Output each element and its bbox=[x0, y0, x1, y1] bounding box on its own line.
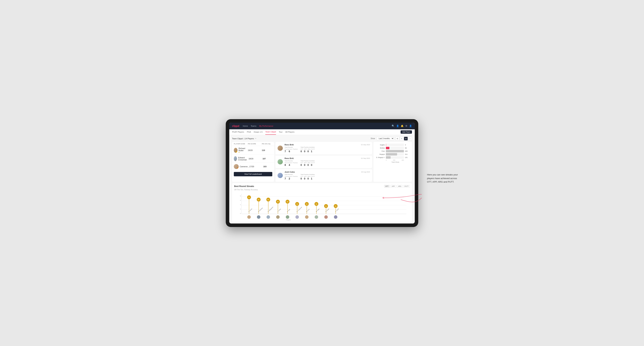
bar-label-bogeys: Bogeys bbox=[375, 154, 385, 155]
bar-row-eagles: Eagles 3 bbox=[375, 144, 410, 146]
team-name: Team Clippd bbox=[232, 138, 243, 140]
subnav-hcaps[interactable]: Hcaps 1-5 bbox=[254, 129, 262, 135]
player-name-1: Richard Butler bbox=[238, 147, 248, 152]
score-1: 19/20 bbox=[248, 149, 262, 151]
navbar-links: Home Teams My Performance bbox=[243, 125, 392, 127]
svg-text:E. Crossman: E. Crossman bbox=[296, 206, 302, 212]
bar-track-pars bbox=[386, 150, 404, 152]
edit-icon[interactable]: ✏ bbox=[255, 138, 256, 140]
player-count: | 14 Players bbox=[244, 138, 254, 140]
pc-avatar-3 bbox=[278, 173, 283, 178]
avg-1: 110 bbox=[262, 149, 272, 151]
streak-btn-ott[interactable]: OTT bbox=[384, 185, 390, 188]
badge-gold-1: 1 bbox=[236, 151, 238, 153]
player-card-1: Rees Britt 02 Sep 2023 Total Rounds Tour… bbox=[276, 142, 372, 155]
xaxis-400: 400 bbox=[402, 159, 404, 161]
streaks-controls: OTT APP ARG PUTT bbox=[384, 185, 410, 188]
activities-sublabels: OTTAPPARGPUTT bbox=[300, 148, 315, 150]
annotation-text: Here you can see streaks your players ha… bbox=[427, 173, 462, 184]
svg-point-56 bbox=[286, 215, 289, 219]
streaks-section: Best Round Streaks OTT APP ARG PUTT Off … bbox=[232, 183, 412, 222]
svg-point-61 bbox=[334, 215, 338, 219]
activities-values-1: 0 0 0 1 bbox=[300, 150, 315, 153]
svg-text:6x: 6x bbox=[258, 199, 260, 200]
player-card-3: Josh Coles 26 Aug 2023 Total Rounds Tour… bbox=[276, 169, 372, 182]
bar-fill-pars bbox=[386, 150, 404, 152]
activities-label-1: Total Practice Activities bbox=[300, 147, 315, 148]
nav-link-my-performance[interactable]: My Performance bbox=[259, 125, 273, 127]
subnav-links: PGAT Players PGA Hcaps 1-5 Team Clippd T… bbox=[232, 129, 400, 135]
bar-row-bogeys: Bogeys 311 bbox=[375, 153, 410, 156]
streaks-subtitle: Off The Tee, Fairway Accuracy bbox=[234, 189, 410, 191]
nav-link-teams[interactable]: Teams bbox=[251, 125, 256, 127]
bar-fill-bogeys bbox=[386, 153, 397, 156]
person-icon[interactable]: 👤 bbox=[396, 125, 399, 127]
rounds-sublabels: TournamentPractice bbox=[284, 148, 298, 150]
practice-val-1: 6 bbox=[289, 150, 290, 153]
streak-btn-app[interactable]: APP bbox=[390, 185, 396, 188]
subnav-tour[interactable]: Tour bbox=[279, 129, 282, 135]
streak-btn-putt[interactable]: PUTT bbox=[404, 185, 410, 188]
subnav-pgat[interactable]: PGAT Players bbox=[232, 129, 244, 135]
add-team-button[interactable]: Add Team bbox=[400, 130, 412, 134]
grid-view-btn[interactable]: ⊞ bbox=[396, 137, 399, 141]
subnav-all-players[interactable]: All Players bbox=[286, 129, 294, 135]
subnav: PGAT Players PGA Hcaps 1-5 Team Clippd T… bbox=[229, 129, 415, 135]
player-info-2: 2 Edward Crossman bbox=[234, 156, 248, 161]
subnav-team-clippd[interactable]: Team Clippd bbox=[265, 129, 276, 135]
bar-value-eagles: 3 bbox=[405, 144, 410, 146]
sort-view-btn[interactable]: ↕ bbox=[408, 137, 412, 141]
bar-label-eagles: Eagles bbox=[375, 144, 385, 146]
table-view-btn[interactable]: ▤ bbox=[404, 137, 408, 141]
bar-track-dbl bbox=[386, 156, 404, 159]
lb-col-name: PLAYER NAME bbox=[234, 143, 248, 145]
pc-stats-3: Total Rounds TournamentPractice 7 2 bbox=[284, 174, 370, 180]
list-view-btn[interactable]: ≡ bbox=[400, 137, 404, 141]
nav-link-home[interactable]: Home bbox=[243, 125, 248, 127]
tournament-val-1: 7 bbox=[284, 150, 286, 153]
navbar-actions: 🔍 👤 🔔 ⚙ 👤 bbox=[392, 125, 412, 127]
score-2: 18/20 bbox=[248, 158, 262, 160]
bar-value-bogeys: 311 bbox=[405, 154, 410, 155]
badge-bronze-3: 3 bbox=[237, 167, 239, 169]
pc-avatar-1 bbox=[278, 146, 283, 151]
pc-card-content-3: Josh Coles 26 Aug 2023 Total Rounds Tour… bbox=[284, 171, 370, 180]
settings-icon[interactable]: ⚙ bbox=[405, 125, 408, 127]
avatar-2: 2 bbox=[234, 156, 237, 161]
svg-text:4x: 4x bbox=[306, 203, 308, 205]
streak-btn-arg[interactable]: ARG bbox=[397, 185, 403, 188]
pc-date-2: 02 Sep 2023 bbox=[361, 158, 370, 159]
lb-col-score: PB SCORE bbox=[248, 143, 262, 145]
pc-name-3: Josh Coles bbox=[284, 171, 297, 173]
annotation-box: Here you can see streaks your players ha… bbox=[427, 173, 462, 184]
period-select[interactable]: Last 3 months bbox=[376, 137, 394, 140]
svg-point-59 bbox=[315, 215, 318, 219]
svg-text:6: 6 bbox=[240, 199, 241, 201]
bell-icon[interactable]: 🔔 bbox=[401, 125, 404, 127]
pc-card-content-2: Rees Britt 02 Sep 2023 Total Rounds Tour… bbox=[284, 157, 370, 166]
player-card-2: Rees Britt 02 Sep 2023 Total Rounds Tour… bbox=[276, 156, 372, 168]
rounds-group-2: Total Rounds TournamentPractice 8 4 bbox=[284, 160, 298, 166]
table-row: 2 Edward Crossman 18/20 107 bbox=[232, 155, 274, 163]
badge-silver-2: 2 bbox=[235, 159, 237, 161]
svg-text:3x: 3x bbox=[335, 205, 336, 207]
svg-text:4: 4 bbox=[240, 204, 241, 205]
avg-3: 103 bbox=[263, 166, 274, 168]
tablet-screen: clippd Home Teams My Performance 🔍 👤 🔔 ⚙… bbox=[229, 123, 415, 223]
bar-value-dbl: 131 bbox=[405, 157, 410, 158]
svg-text:B. Ford: B. Ford bbox=[306, 208, 310, 212]
pc-date-1: 02 Sep 2023 bbox=[361, 144, 370, 146]
subnav-pga[interactable]: PGA bbox=[247, 129, 251, 135]
xaxis-200: 200 bbox=[393, 159, 395, 161]
chart-xaxis: 0 200 400 bbox=[375, 159, 410, 161]
svg-point-53 bbox=[257, 215, 260, 219]
avatar-icon[interactable]: 👤 bbox=[409, 125, 412, 127]
player-info-1: 1 Richard Butler ♥ bbox=[234, 147, 248, 153]
view-full-leaderboard-button[interactable]: View Full Leaderboard bbox=[234, 172, 272, 176]
rounds-label-1: Total Rounds bbox=[284, 147, 298, 148]
show-label: Show bbox=[371, 138, 375, 140]
search-icon[interactable]: 🔍 bbox=[392, 125, 394, 127]
navbar: clippd Home Teams My Performance 🔍 👤 🔔 ⚙… bbox=[229, 123, 415, 129]
svg-text:7x: 7x bbox=[248, 197, 250, 198]
player-name-2: Edward Crossman bbox=[238, 157, 248, 161]
